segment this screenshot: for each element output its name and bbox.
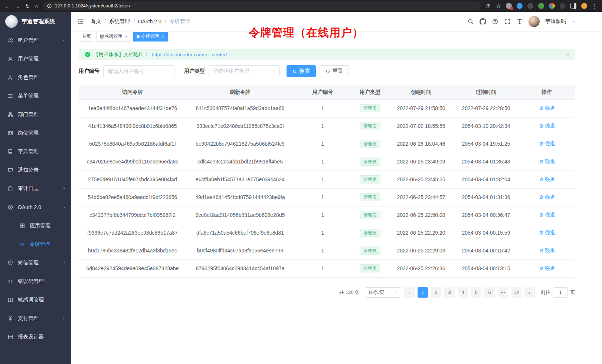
- user-avatar[interactable]: [529, 16, 540, 27]
- home-icon[interactable]: ⌂: [35, 3, 38, 9]
- cell-access-token: 6d842e2924594de9a09e45e087323abe: [79, 259, 186, 277]
- close-icon[interactable]: ×: [162, 34, 165, 39]
- fullscreen-icon[interactable]: [504, 18, 511, 25]
- force-logout-button[interactable]: 强退: [539, 176, 555, 183]
- oauth-user-icon: [7, 204, 13, 210]
- sidebar-item-sensitive-word[interactable]: 敏感词管理: [0, 291, 71, 309]
- extension-icon[interactable]: [517, 3, 523, 9]
- force-logout-button[interactable]: 强退: [539, 229, 555, 236]
- sidebar-item-menu[interactable]: 菜单管理: [0, 87, 71, 105]
- force-logout-button[interactable]: 强退: [539, 123, 555, 129]
- extension-icon[interactable]: [560, 3, 566, 9]
- sidebar-item-error-code[interactable]: 错误码管理: [0, 272, 71, 291]
- force-logout-label: 强退: [545, 123, 555, 129]
- sidebar-item-dict[interactable]: 字典管理: [0, 142, 71, 161]
- prev-page-button[interactable]: ‹: [404, 287, 415, 298]
- next-page-button[interactable]: ›: [524, 287, 535, 298]
- breadcrumb-item[interactable]: 首页: [91, 18, 101, 25]
- reload-icon[interactable]: ↻: [25, 3, 30, 9]
- browser-menu-icon[interactable]: ⋮: [592, 3, 598, 9]
- page-number-button[interactable]: 3: [444, 287, 455, 298]
- user-type-select[interactable]: 请选择用户类型: [209, 65, 280, 77]
- page-ellipsis-button[interactable]: •••: [498, 287, 508, 298]
- tab-sensitive-word[interactable]: 敏感词管理×: [96, 32, 131, 42]
- extension-icon[interactable]: [549, 3, 555, 9]
- cell-access-token: f9336e7c7dd242a283ee98dc86b17a87: [79, 224, 186, 242]
- breadcrumb-item[interactable]: OAuth 2.0: [138, 19, 161, 24]
- force-logout-label: 强退: [545, 194, 555, 201]
- alert-doc-link[interactable]: https://doc.iocoder.cn/user-center/: [152, 52, 227, 57]
- goto-page-input[interactable]: [553, 287, 568, 298]
- sidebar-item-oauth2[interactable]: OAuth 2.0: [0, 198, 71, 216]
- force-logout-button[interactable]: 强退: [539, 158, 555, 165]
- col-user-type: 用户类型: [351, 85, 389, 99]
- github-icon[interactable]: [480, 18, 486, 25]
- breadcrumb-item[interactable]: 系统管理: [109, 18, 130, 25]
- sidebar-item-post[interactable]: 岗位管理: [0, 124, 71, 142]
- sidebar-item-oauth2-token[interactable]: 令牌管理: [0, 235, 71, 254]
- trash-icon: [539, 248, 544, 253]
- col-expires: 过期时间: [454, 85, 518, 99]
- force-logout-button[interactable]: 强退: [539, 105, 555, 112]
- sidebar-item-report-designer[interactable]: 报表设计器: [0, 328, 71, 346]
- force-logout-button[interactable]: 强退: [539, 194, 555, 201]
- top-navbar: 首页 / 系统管理 / OAuth 2.0 / 令牌管理 芋道源码: [71, 12, 602, 31]
- sidebar-item-tenant[interactable]: 租户管理: [0, 31, 71, 50]
- tab-token[interactable]: 令牌管理×: [133, 32, 168, 42]
- back-icon[interactable]: ←: [4, 3, 10, 9]
- hamburger-fold-icon[interactable]: [77, 18, 84, 25]
- close-icon[interactable]: ×: [125, 34, 128, 39]
- sidebar-item-user[interactable]: 用户管理: [0, 50, 71, 68]
- sidebar-item-dept[interactable]: 部门管理: [0, 105, 71, 124]
- profile-avatar-icon[interactable]: [581, 3, 587, 9]
- page-size-select[interactable]: 10条/页: [365, 287, 401, 298]
- sidebar-item-label: 报表设计器: [18, 334, 66, 340]
- payment-yen-icon: [7, 315, 13, 321]
- force-logout-button[interactable]: 强退: [539, 247, 555, 254]
- cell-user-id: 1: [294, 188, 351, 206]
- force-logout-button[interactable]: 强退: [539, 140, 555, 147]
- address-bar[interactable]: 127.0.0.1:1024/system/oauth2/token: [43, 1, 481, 10]
- extension-icon[interactable]: [527, 3, 533, 9]
- extension-icon[interactable]: [506, 3, 512, 9]
- page-number-button[interactable]: 12: [511, 287, 521, 298]
- force-logout-button[interactable]: 强退: [539, 212, 555, 218]
- page-number-button[interactable]: 4: [458, 287, 468, 298]
- help-question-icon[interactable]: [492, 18, 498, 25]
- page-number-button[interactable]: 1: [418, 287, 428, 298]
- sidebar-item-notice[interactable]: 通知公告: [0, 161, 71, 179]
- sidebar-item-oauth2-app[interactable]: 应用管理: [0, 216, 71, 235]
- table-row: 54d6be82ee5a460a9aedc1f9bf22365649d1aa46…: [79, 188, 575, 206]
- share-icon[interactable]: [485, 3, 491, 9]
- sidebar-item-payment[interactable]: 支付管理: [0, 309, 71, 328]
- cell-user-type: 管理员: [351, 135, 389, 153]
- chevron-down-icon[interactable]: [572, 19, 576, 24]
- page-number-button[interactable]: 2: [431, 287, 441, 298]
- cell-created: 2022-06-25 22:50:08: [389, 206, 454, 224]
- page-number-button[interactable]: 5: [471, 287, 481, 298]
- trash-icon: [539, 106, 544, 110]
- cell-actions: 强退: [518, 259, 575, 277]
- force-logout-button[interactable]: 强退: [539, 265, 555, 272]
- font-size-icon[interactable]: [516, 18, 523, 25]
- sidebar-item-label: 审计日志: [18, 185, 57, 192]
- extension-icon[interactable]: [538, 3, 544, 9]
- tab-home[interactable]: 首页: [79, 32, 94, 42]
- sidebar-item-label: 通知公告: [18, 167, 66, 173]
- sidebar-item-role[interactable]: 角色管理: [0, 68, 71, 87]
- cell-access-token: 1ea5e44f8bc1467aaede43144f31de76: [79, 99, 186, 117]
- search-button[interactable]: 搜索: [287, 65, 316, 77]
- search-icon[interactable]: [467, 18, 474, 25]
- close-icon[interactable]: ×: [566, 52, 569, 57]
- user-name[interactable]: 芋道源码: [545, 18, 566, 25]
- cell-refresh-token: 8796295f04064c2983414cc54af1097a: [186, 259, 294, 277]
- page-number-button[interactable]: 6: [484, 287, 495, 298]
- bookmark-star-icon[interactable]: ☆: [496, 3, 501, 9]
- user-id-input[interactable]: [103, 65, 174, 77]
- cell-expires: 2054-03-04 00:15:59: [454, 224, 518, 242]
- sidebar-item-sms[interactable]: 短信管理: [0, 254, 71, 272]
- sidebar-split-icon[interactable]: [570, 3, 576, 9]
- forward-icon[interactable]: →: [15, 3, 20, 9]
- sidebar-item-audit-log[interactable]: 审计日志: [0, 179, 71, 198]
- reset-button[interactable]: 重置: [320, 65, 349, 77]
